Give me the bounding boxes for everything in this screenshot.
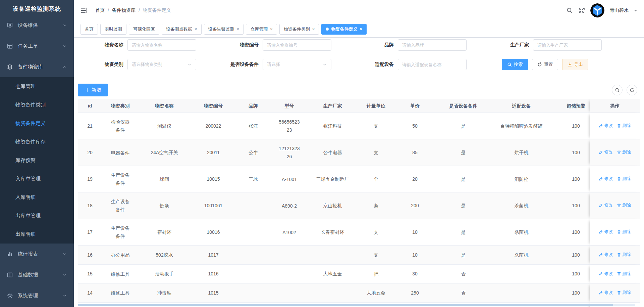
table-cell: 大地五金 [357,283,395,303]
table-cell: 办公用品 [102,246,139,265]
edit-link[interactable]: 修改 [599,228,613,236]
row-actions: 修改删除 [590,265,640,284]
horizontal-scrollbar-thumb[interactable] [78,304,613,306]
add-button[interactable]: 新增 [78,84,108,96]
table-cell: 250 [395,283,434,303]
edit-link[interactable]: 修改 [599,251,613,259]
sidebar-subitem[interactable]: 入库明细 [0,188,74,207]
work-order-icon [7,43,13,49]
sidebar-subitem[interactable]: 库存预警 [0,151,74,170]
tab-item[interactable]: 设备测点数据× [162,24,202,35]
table-cell: 20 [395,166,434,192]
close-icon[interactable]: × [312,27,315,31]
row-actions: 修改删除 [590,192,640,219]
table-cell [236,265,270,284]
sidebar-subitem[interactable]: 出库明细 [0,225,74,244]
sidebar-subitem[interactable]: 物资备件定义 [0,114,74,133]
delete-link[interactable]: 删除 [617,148,631,156]
search-icon[interactable] [566,7,573,14]
tab-item[interactable]: 首页 [80,24,98,35]
table-cell: 是 [434,192,492,219]
edit-link[interactable]: 修改 [599,201,613,209]
sidebar-subitem[interactable]: 入库单管理 [0,170,74,188]
reset-button[interactable]: 重置 [532,59,558,70]
table-container[interactable]: id物资类别物资名称物资编号品牌型号生产厂家计量单位单价是否设备备件适配设备超储… [78,99,640,307]
caret-down-icon[interactable] [634,10,637,13]
hamburger-icon[interactable] [80,7,88,14]
edit-label: 修改 [604,251,613,259]
report-chart-icon [7,251,13,257]
search-button[interactable]: 搜索 [502,59,528,70]
avatar[interactable] [590,3,604,17]
table-cell: 14 [78,283,102,303]
category-select[interactable]: 请选择物资类别 [127,59,196,70]
chevron-down-icon [62,252,67,256]
table-cell: 杀菌机 [492,246,551,265]
close-icon[interactable]: × [270,27,273,31]
sidebar-subitem[interactable]: 物资备件库存 [0,133,74,151]
horizontal-scrollbar[interactable] [78,304,635,306]
delete-label: 删除 [622,122,631,130]
sidebar-item[interactable]: 备件物资库 [0,56,74,77]
export-button[interactable]: 导出 [562,59,588,70]
username[interactable]: 青山碧水 [610,7,629,13]
delete-link[interactable]: 删除 [617,122,631,130]
edit-link[interactable]: 修改 [599,122,613,130]
delete-link[interactable]: 删除 [617,201,631,209]
sidebar-subitem[interactable]: 仓库管理 [0,77,74,96]
delete-link[interactable]: 删除 [617,270,631,278]
edit-link[interactable]: 修改 [599,289,613,297]
tab-active[interactable]: 物资备件定义× [321,24,367,35]
edit-link[interactable]: 修改 [599,270,613,278]
device-input[interactable] [398,59,467,70]
delete-link[interactable]: 删除 [617,289,631,297]
breadcrumb-item[interactable]: 首页 [95,7,105,13]
tab-item[interactable]: 实时监测 [100,24,126,35]
sidebar-item[interactable]: 设备维保 [0,15,74,36]
tab-label: 设备告警监测 [208,26,234,32]
fullscreen-icon[interactable] [578,7,585,14]
sidebar-subitem[interactable]: 物资备件类别 [0,96,74,114]
tab-item[interactable]: 设备告警监测× [204,24,244,35]
table-cell: 百特精酿啤酒发酵罐 [492,113,551,139]
sidebar-item[interactable]: 基础数据 [0,264,74,285]
close-icon[interactable]: × [195,27,197,31]
field-label: 生产厂家 [483,42,533,48]
column-header: 计量单位 [357,99,395,113]
navbar-right: 青山碧水 [566,3,637,17]
edit-link[interactable]: 修改 [599,175,613,183]
tab-label: 首页 [85,26,94,32]
tags-bar: 首页实时监测可视化园区设备测点数据×设备告警监测×仓库管理×物资备件类别×物资备… [74,21,644,38]
table-cell [236,246,270,265]
brand-input[interactable] [398,39,467,51]
refresh-button[interactable] [627,85,637,95]
material-code-input[interactable] [263,39,331,51]
filter-row-2: 物资类别 请选择物资类别 是否设备备件 请选择 [78,59,640,70]
delete-link[interactable]: 删除 [617,228,631,236]
sidebar-subitem[interactable]: 出库单管理 [0,207,74,225]
delete-link[interactable]: 删除 [617,175,631,183]
sidebar-item[interactable]: 统计报表 [0,244,74,264]
row-actions: 修改删除 [590,219,640,246]
breadcrumb-item[interactable]: 备件物资库 [112,7,136,13]
is-spare-select[interactable]: 请选择 [263,59,331,70]
tab-item[interactable]: 仓库管理× [246,24,277,35]
search-toggle-button[interactable] [612,85,623,95]
tab-item[interactable]: 物资备件类别× [279,24,319,35]
delete-link[interactable]: 删除 [617,251,631,259]
chevron-down-icon [62,293,67,298]
close-icon[interactable]: × [360,27,362,31]
table-cell: 消防栓 [492,166,551,192]
sidebar-item-label: 任务工单 [18,43,62,49]
edit-link[interactable]: 修改 [599,148,613,156]
tab-item[interactable]: 可视化园区 [129,24,159,35]
table-cell: 烘干机 [492,139,551,166]
sidebar-item[interactable]: 任务工单 [0,36,74,56]
table-cell: 20 [78,139,102,166]
manufacturer-input[interactable] [533,39,602,51]
material-name-input[interactable] [127,39,196,51]
sidebar-item[interactable]: 系统管理 [0,285,74,306]
column-header: 物资类别 [102,99,139,113]
table-cell: 支 [357,113,395,139]
close-icon[interactable]: × [237,27,239,31]
